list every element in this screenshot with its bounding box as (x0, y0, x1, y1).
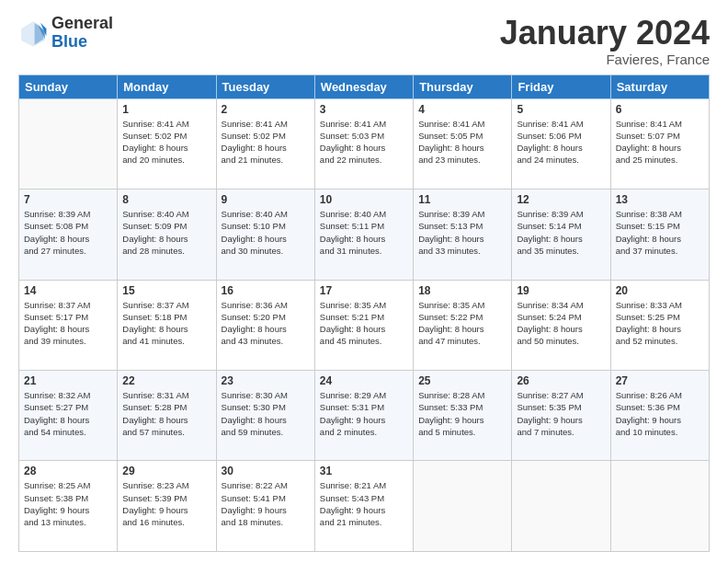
table-row (512, 461, 610, 552)
table-row: 27Sunrise: 8:26 AMSunset: 5:36 PMDayligh… (610, 371, 709, 461)
day-number: 15 (122, 284, 210, 297)
day-info: Sunrise: 8:37 AMSunset: 5:18 PMDaylight:… (122, 299, 210, 348)
day-info: Sunrise: 8:28 AMSunset: 5:33 PMDaylight:… (418, 389, 506, 438)
day-info: Sunrise: 8:41 AMSunset: 5:07 PMDaylight:… (616, 118, 704, 167)
day-number: 18 (418, 284, 506, 297)
table-row: 28Sunrise: 8:25 AMSunset: 5:38 PMDayligh… (19, 461, 118, 552)
header-saturday: Saturday (610, 75, 709, 98)
day-info: Sunrise: 8:29 AMSunset: 5:31 PMDaylight:… (320, 389, 408, 438)
title-block: January 2024 Favieres, France (500, 15, 710, 67)
day-number: 10 (320, 193, 408, 206)
day-number: 21 (24, 374, 112, 387)
table-row (610, 461, 709, 552)
day-info: Sunrise: 8:41 AMSunset: 5:02 PMDaylight:… (122, 118, 210, 167)
day-number: 4 (418, 103, 506, 116)
day-number: 8 (122, 193, 210, 206)
table-row: 15Sunrise: 8:37 AMSunset: 5:18 PMDayligh… (118, 280, 216, 370)
day-number: 3 (320, 103, 408, 116)
day-info: Sunrise: 8:27 AMSunset: 5:35 PMDaylight:… (517, 389, 605, 438)
day-info: Sunrise: 8:34 AMSunset: 5:24 PMDaylight:… (517, 299, 605, 348)
calendar-table: Sunday Monday Tuesday Wednesday Thursday… (18, 75, 710, 552)
table-row: 3Sunrise: 8:41 AMSunset: 5:03 PMDaylight… (314, 98, 413, 189)
day-info: Sunrise: 8:40 AMSunset: 5:11 PMDaylight:… (320, 208, 408, 257)
day-info: Sunrise: 8:41 AMSunset: 5:06 PMDaylight:… (517, 118, 605, 167)
day-info: Sunrise: 8:32 AMSunset: 5:27 PMDaylight:… (24, 389, 112, 438)
table-row (414, 461, 512, 552)
table-row: 22Sunrise: 8:31 AMSunset: 5:28 PMDayligh… (118, 371, 216, 461)
table-row: 21Sunrise: 8:32 AMSunset: 5:27 PMDayligh… (19, 371, 118, 461)
day-number: 24 (320, 374, 408, 387)
header: General Blue January 2024 Favieres, Fran… (18, 15, 710, 67)
table-row: 10Sunrise: 8:40 AMSunset: 5:11 PMDayligh… (314, 190, 413, 280)
day-info: Sunrise: 8:33 AMSunset: 5:25 PMDaylight:… (616, 299, 704, 348)
day-info: Sunrise: 8:41 AMSunset: 5:05 PMDaylight:… (418, 118, 506, 167)
day-number: 28 (24, 465, 112, 477)
day-number: 22 (122, 374, 210, 387)
table-row: 20Sunrise: 8:33 AMSunset: 5:25 PMDayligh… (610, 280, 709, 370)
day-info: Sunrise: 8:41 AMSunset: 5:03 PMDaylight:… (320, 118, 408, 167)
day-number: 19 (517, 284, 605, 297)
table-row: 26Sunrise: 8:27 AMSunset: 5:35 PMDayligh… (512, 371, 610, 461)
table-row: 14Sunrise: 8:37 AMSunset: 5:17 PMDayligh… (19, 280, 118, 370)
logo: General Blue (18, 15, 113, 52)
day-number: 25 (418, 374, 506, 387)
header-sunday: Sunday (19, 75, 118, 98)
day-info: Sunrise: 8:39 AMSunset: 5:08 PMDaylight:… (24, 208, 112, 257)
table-row: 30Sunrise: 8:22 AMSunset: 5:41 PMDayligh… (216, 461, 314, 552)
day-info: Sunrise: 8:25 AMSunset: 5:38 PMDaylight:… (24, 479, 112, 528)
location-title: Favieres, France (500, 52, 710, 67)
day-number: 1 (122, 103, 210, 116)
day-info: Sunrise: 8:23 AMSunset: 5:39 PMDaylight:… (122, 479, 210, 528)
day-info: Sunrise: 8:37 AMSunset: 5:17 PMDaylight:… (24, 299, 112, 348)
day-number: 2 (222, 103, 310, 116)
table-row: 2Sunrise: 8:41 AMSunset: 5:02 PMDaylight… (216, 98, 314, 189)
table-row: 1Sunrise: 8:41 AMSunset: 5:02 PMDaylight… (118, 98, 216, 189)
day-info: Sunrise: 8:22 AMSunset: 5:41 PMDaylight:… (222, 479, 310, 528)
table-row: 29Sunrise: 8:23 AMSunset: 5:39 PMDayligh… (118, 461, 216, 552)
day-number: 9 (222, 193, 310, 206)
day-info: Sunrise: 8:39 AMSunset: 5:14 PMDaylight:… (517, 208, 605, 257)
day-number: 20 (616, 284, 704, 297)
day-info: Sunrise: 8:31 AMSunset: 5:28 PMDaylight:… (122, 389, 210, 438)
day-number: 5 (517, 103, 605, 116)
table-row: 25Sunrise: 8:28 AMSunset: 5:33 PMDayligh… (414, 371, 512, 461)
day-info: Sunrise: 8:40 AMSunset: 5:09 PMDaylight:… (122, 208, 210, 257)
day-info: Sunrise: 8:39 AMSunset: 5:13 PMDaylight:… (418, 208, 506, 257)
day-number: 17 (320, 284, 408, 297)
table-row: 16Sunrise: 8:36 AMSunset: 5:20 PMDayligh… (216, 280, 314, 370)
table-row: 24Sunrise: 8:29 AMSunset: 5:31 PMDayligh… (314, 371, 413, 461)
page: General Blue January 2024 Favieres, Fran… (0, 0, 728, 563)
day-info: Sunrise: 8:36 AMSunset: 5:20 PMDaylight:… (222, 299, 310, 348)
header-wednesday: Wednesday (314, 75, 413, 98)
table-row: 17Sunrise: 8:35 AMSunset: 5:21 PMDayligh… (314, 280, 413, 370)
table-row (19, 98, 118, 189)
month-title: January 2024 (500, 15, 710, 52)
table-row: 4Sunrise: 8:41 AMSunset: 5:05 PMDaylight… (414, 98, 512, 189)
calendar-week-row: 14Sunrise: 8:37 AMSunset: 5:17 PMDayligh… (19, 280, 710, 370)
day-number: 31 (320, 465, 408, 477)
weekday-header-row: Sunday Monday Tuesday Wednesday Thursday… (19, 75, 710, 98)
table-row: 5Sunrise: 8:41 AMSunset: 5:06 PMDaylight… (512, 98, 610, 189)
day-number: 29 (122, 465, 210, 477)
table-row: 8Sunrise: 8:40 AMSunset: 5:09 PMDaylight… (118, 190, 216, 280)
logo-blue: Blue (51, 32, 87, 51)
calendar-week-row: 7Sunrise: 8:39 AMSunset: 5:08 PMDaylight… (19, 190, 710, 280)
table-row: 23Sunrise: 8:30 AMSunset: 5:30 PMDayligh… (216, 371, 314, 461)
day-number: 14 (24, 284, 112, 297)
day-info: Sunrise: 8:30 AMSunset: 5:30 PMDaylight:… (222, 389, 310, 438)
day-info: Sunrise: 8:40 AMSunset: 5:10 PMDaylight:… (222, 208, 310, 257)
table-row: 19Sunrise: 8:34 AMSunset: 5:24 PMDayligh… (512, 280, 610, 370)
table-row: 13Sunrise: 8:38 AMSunset: 5:15 PMDayligh… (610, 190, 709, 280)
day-number: 6 (616, 103, 704, 116)
day-number: 23 (222, 374, 310, 387)
table-row: 7Sunrise: 8:39 AMSunset: 5:08 PMDaylight… (19, 190, 118, 280)
day-number: 13 (616, 193, 704, 206)
table-row: 31Sunrise: 8:21 AMSunset: 5:43 PMDayligh… (314, 461, 413, 552)
day-number: 12 (517, 193, 605, 206)
day-number: 30 (222, 465, 310, 477)
calendar-week-row: 28Sunrise: 8:25 AMSunset: 5:38 PMDayligh… (19, 461, 710, 552)
day-number: 16 (222, 284, 310, 297)
table-row: 12Sunrise: 8:39 AMSunset: 5:14 PMDayligh… (512, 190, 610, 280)
header-thursday: Thursday (414, 75, 512, 98)
day-info: Sunrise: 8:35 AMSunset: 5:22 PMDaylight:… (418, 299, 506, 348)
